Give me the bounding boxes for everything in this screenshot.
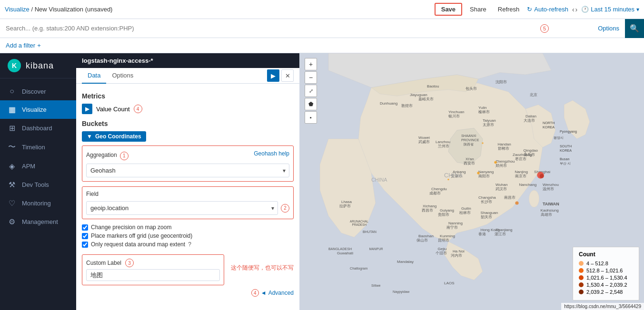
prev-time-button[interactable]: ‹ [572,6,575,13]
buckets-header: ▼ Geo Coordinates [82,131,294,142]
svg-text:Naypyidaw: Naypyidaw [393,290,410,294]
refresh-button[interactable]: Refresh [494,4,524,15]
legend-item-1: 4 – 512.8 [579,261,633,266]
logo-text: kibana [26,61,54,71]
svg-text:贵阳市: 贵阳市 [438,213,449,217]
breadcrumb-current: New Visualization (unsaved) [35,6,113,13]
search-button[interactable]: 🔍 [625,19,644,38]
legend-item-4: 1,530.4 – 2,039.2 [579,282,633,288]
monitoring-icon: ♡ [8,199,16,208]
breadcrumb: Visualize / New Visualization (unsaved) [5,6,431,13]
panel-header: logstash-nginx-access-* [76,53,299,68]
field-group: Field geoip.location 2 [82,186,294,219]
svg-text:太原市: 太原市 [483,123,494,127]
run-button[interactable]: ▶ [267,69,279,82]
svg-text:Yulin: Yulin [478,106,487,110]
time-nav-arrows: ‹ › [572,6,577,13]
checkbox-precision-label: Change precision on map zoom [91,224,171,231]
svg-text:Guiyang: Guiyang [440,208,454,213]
svg-text:敦煌市: 敦煌市 [401,104,413,108]
metric-expand-button[interactable]: ▶ [82,104,92,114]
svg-text:香港: 香港 [478,232,486,236]
aggregation-select[interactable]: Geohash [86,164,289,177]
zoom-in-button[interactable]: + [305,58,317,70]
svg-text:西安市: 西安市 [464,161,475,165]
sidebar-item-monitoring[interactable]: ♡ Monitoring [0,194,76,213]
checkbox-precision: Change precision on map zoom [82,224,294,231]
search-bar: 5 Options 🔍 [0,19,644,38]
svg-text:个旧市: 个旧市 [436,251,447,255]
svg-text:南阳市: 南阳市 [478,174,490,178]
svg-text:Qingdao: Qingdao [524,148,538,153]
legend-title: Count [579,251,633,258]
checkbox-data-extent: Only request data around map extent ? [82,241,294,248]
breadcrumb-visualize[interactable]: Visualize [5,6,30,13]
options-link[interactable]: Options [592,25,625,32]
dashboard-icon: ⊞ [8,124,16,133]
svg-text:Sittwe: Sittwe [371,283,381,288]
checkbox-data-extent-input[interactable] [82,242,88,248]
svg-text:Taiyuan: Taiyuan [483,118,496,123]
circle-1: 1 [120,152,129,160]
checkbox-markers-label: Place markers off grid (use geocentroid) [91,232,192,239]
circle-4: 4 [134,105,142,113]
map-draw-button[interactable]: ⬟ [305,98,317,110]
svg-text:Xi'an: Xi'an [466,157,474,161]
auto-refresh-button[interactable]: ↻ Auto-refresh [527,6,568,13]
svg-text:湛江市: 湛江市 [495,232,506,236]
close-panel-button[interactable]: ✕ [281,69,294,82]
geohash-help-link[interactable]: Geohash help [254,150,289,157]
aggregation-select-wrapper: Geohash [86,164,289,177]
circle-2: 2 [281,204,289,213]
legend-item-2: 512.8 – 1,021.6 [579,268,633,273]
tab-data[interactable]: Data [82,68,106,84]
svg-text:Yinchuan: Yinchuan [448,110,464,114]
sidebar-item-apm[interactable]: ◈ APM [0,157,76,175]
add-filter-button[interactable]: Add a filter + [6,42,41,49]
svg-text:CHINA: CHINA [444,172,463,179]
panel: logstash-nginx-access-* Data Options ▶ ✕… [76,53,300,310]
advanced-link[interactable]: 4 ◄ Advanced [82,289,294,297]
svg-text:包头市: 包头市 [466,87,477,91]
svg-text:Shaoguan: Shaoguan [481,211,498,215]
svg-text:桂林市: 桂林市 [459,211,471,215]
save-button[interactable]: Save [435,3,462,16]
zoom-out-button[interactable]: − [305,71,317,84]
svg-text:부산 시: 부산 시 [560,161,571,165]
geo-coordinates-badge[interactable]: ▼ Geo Coordinates [82,131,146,142]
question-mark-icon[interactable]: ? [188,241,191,248]
sidebar-item-visualize[interactable]: ▦ Visualize [0,100,76,119]
time-range-picker[interactable]: 🕐 Last 15 minutes ▾ [581,6,639,13]
sidebar-item-dashboard[interactable]: ⊞ Dashboard [0,119,76,137]
svg-text:KOREA: KOREA [543,125,555,129]
svg-text:枣庄市: 枣庄市 [515,157,526,161]
sidebar-item-devtools[interactable]: ⚒ Dev Tools [0,175,76,194]
aggregation-label: Aggregation [86,152,117,158]
svg-text:Lanzhou: Lanzhou [436,140,450,144]
field-select[interactable]: geoip.location [86,201,278,215]
sidebar-item-timelion[interactable]: 〜 Timelion [0,137,76,157]
checkbox-markers-input[interactable] [82,233,88,239]
svg-text:高雄市: 高雄市 [541,213,552,217]
svg-text:Wenzhou: Wenzhou [543,183,559,187]
svg-text:ARUNACHAL: ARUNACHAL [350,220,368,223]
map-fullscreen-button[interactable]: ⤢ [305,85,317,97]
checkbox-data-extent-label: Only request data around map extent [91,241,185,248]
svg-text:MANIPUR: MANIPUR [369,247,383,251]
share-button[interactable]: Share [466,4,490,15]
tab-options[interactable]: Options [106,68,139,84]
svg-text:大连市: 大连市 [524,118,535,123]
svg-text:Baoshan: Baoshan [418,234,434,238]
search-input[interactable] [0,25,592,32]
legend-dot-2 [579,268,584,273]
svg-text:青岛市: 青岛市 [524,153,535,157]
map-square-button[interactable]: ▪ [305,111,317,124]
svg-text:兰州市: 兰州市 [438,144,449,148]
svg-text:邯郸市: 邯郸市 [498,146,509,151]
custom-label-input[interactable] [86,269,220,281]
checkbox-precision-input[interactable] [82,224,88,231]
buckets-title: Buckets [82,120,294,127]
sidebar-item-discover[interactable]: ○ Discover [0,82,76,100]
next-time-button[interactable]: › [575,6,578,13]
sidebar-item-management[interactable]: ⚙ Management [0,213,76,231]
